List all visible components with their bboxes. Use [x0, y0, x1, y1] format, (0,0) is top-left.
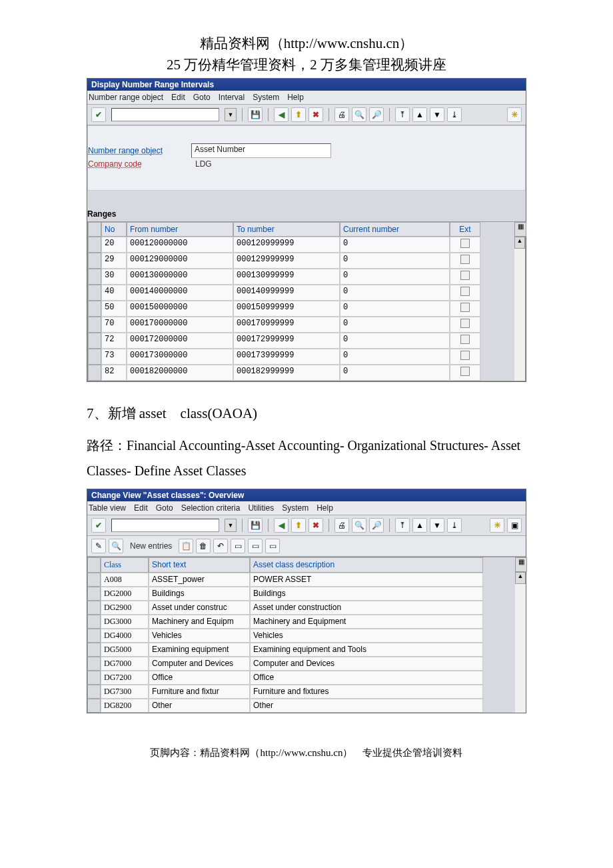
table-row[interactable]: DG8200OtherOther [87, 699, 515, 713]
checkbox[interactable] [460, 271, 470, 280]
table-row[interactable]: 730001730000000001739999990 [88, 349, 514, 365]
last-page-icon[interactable]: ⤓ [447, 518, 462, 533]
row-handle[interactable] [87, 601, 101, 615]
cell-ext[interactable] [450, 285, 480, 301]
save-icon[interactable]: 💾 [248, 107, 263, 122]
delete-icon[interactable]: 🗑 [196, 539, 211, 553]
checkbox[interactable] [460, 239, 470, 248]
col-curr[interactable]: Current number [340, 222, 450, 237]
menu-selection[interactable]: Selection criteria [181, 503, 241, 513]
dropdown-icon[interactable]: ▼ [225, 519, 237, 532]
table-row[interactable]: DG2000BuildingsBuildings [87, 587, 515, 601]
display-change-icon[interactable]: ✎ [91, 539, 106, 553]
cancel-icon[interactable]: ✖ [308, 518, 323, 533]
menu-edit-2[interactable]: Edit [134, 503, 148, 513]
copy-icon[interactable]: 📋 [179, 539, 193, 553]
menu-goto-2[interactable]: Goto [156, 503, 173, 513]
row-handle[interactable] [87, 657, 101, 671]
table-row[interactable]: 820001820000000001829999990 [88, 365, 514, 381]
back-icon[interactable]: ◀ [274, 107, 289, 122]
first-page-icon[interactable]: ⤒ [395, 107, 410, 122]
back-icon[interactable]: ◀ [274, 518, 289, 533]
exit-icon[interactable]: ⬆ [291, 518, 306, 533]
next-page-icon[interactable]: ▼ [430, 107, 444, 122]
menu-tableview[interactable]: Table view [89, 503, 126, 513]
deselect-all-icon[interactable]: ▭ [265, 539, 280, 553]
row-handle[interactable] [87, 615, 101, 629]
row-handle[interactable] [87, 629, 101, 643]
row-handle[interactable] [88, 317, 101, 333]
prev-page-icon[interactable]: ▲ [412, 107, 427, 122]
row-handle[interactable] [87, 643, 101, 657]
checkbox[interactable] [460, 255, 470, 264]
next-page-icon[interactable]: ▼ [430, 518, 444, 533]
row-handle[interactable] [88, 237, 101, 253]
session-icon[interactable]: ☀ [490, 518, 504, 533]
col-short[interactable]: Short text [149, 557, 250, 573]
cell-ext[interactable] [450, 253, 480, 269]
col-from[interactable]: From number [127, 222, 233, 237]
row-handle[interactable] [88, 333, 101, 349]
checkbox[interactable] [460, 351, 470, 360]
table-row[interactable]: 720001720000000001729999990 [88, 333, 514, 349]
col-ext[interactable]: Ext [450, 222, 480, 237]
menu-system[interactable]: System [253, 93, 279, 102]
scrollbar[interactable]: ▦ ▲ [514, 222, 525, 381]
col-to[interactable]: To number [233, 222, 340, 237]
row-handle[interactable] [88, 365, 101, 381]
table-row[interactable]: 200001200000000001209999990 [88, 237, 514, 253]
cell-ext[interactable] [450, 237, 480, 253]
row-handle[interactable] [88, 253, 101, 269]
cell-ext[interactable] [450, 301, 480, 317]
row-handle[interactable] [87, 573, 101, 587]
dropdown-icon[interactable]: ▼ [225, 108, 237, 121]
row-handle[interactable] [87, 685, 101, 699]
table-row[interactable]: 300001300000000001309999990 [88, 269, 514, 285]
first-page-icon[interactable]: ⤒ [395, 518, 410, 533]
print-icon[interactable]: 🖨 [334, 518, 349, 533]
checkbox[interactable] [460, 287, 470, 296]
table-row[interactable]: 700001700000000001709999990 [88, 317, 514, 333]
table-row[interactable]: DG7000Computer and DevicesComputer and D… [87, 657, 515, 671]
select-all-icon[interactable]: ▭ [231, 539, 245, 553]
row-handle[interactable] [88, 349, 101, 365]
table-row[interactable]: DG3000Machinery and EquipmMachinery and … [87, 615, 515, 629]
cell-ext[interactable] [450, 349, 480, 365]
col-no[interactable]: No [101, 222, 127, 237]
select-block-icon[interactable]: ▭ [248, 539, 263, 553]
layout-icon[interactable]: ▣ [507, 518, 522, 533]
table-row[interactable]: 400001400000000001409999990 [88, 285, 514, 301]
row-handle[interactable] [88, 301, 101, 317]
prev-page-icon[interactable]: ▲ [412, 518, 427, 533]
save-icon[interactable]: 💾 [248, 518, 263, 533]
last-page-icon[interactable]: ⤓ [447, 107, 462, 122]
config-icon[interactable]: ▦ [515, 557, 527, 572]
command-field[interactable] [111, 108, 219, 121]
new-entries-button[interactable]: New entries [130, 541, 172, 551]
menu-utilities[interactable]: Utilities [248, 503, 274, 513]
table-row[interactable]: 290001290000000001299999990 [88, 253, 514, 269]
menu-goto[interactable]: Goto [193, 93, 211, 102]
undo-icon[interactable]: ↶ [213, 539, 228, 553]
cancel-icon[interactable]: ✖ [308, 107, 323, 122]
session-icon[interactable]: ☀ [507, 107, 522, 122]
row-handle[interactable] [88, 269, 101, 285]
table-row[interactable]: DG4000VehiclesVehicles [87, 629, 515, 643]
config-icon[interactable]: ▦ [514, 222, 526, 237]
other-entry-icon[interactable]: 🔍 [109, 539, 123, 553]
find-next-icon[interactable]: 🔎 [369, 107, 384, 122]
print-icon[interactable]: 🖨 [334, 107, 349, 122]
table-row[interactable]: DG2900Asset under construcAsset under co… [87, 601, 515, 615]
find-icon[interactable]: 🔍 [352, 518, 366, 533]
cell-ext[interactable] [450, 333, 480, 349]
scrollbar-2[interactable]: ▦ ▲ [515, 557, 526, 713]
ok-icon[interactable]: ✔ [91, 107, 106, 122]
scroll-up-icon[interactable]: ▲ [514, 237, 525, 249]
row-handle[interactable] [87, 699, 101, 713]
row-handle[interactable] [87, 587, 101, 601]
exit-icon[interactable]: ⬆ [291, 107, 306, 122]
menu-help[interactable]: Help [287, 93, 304, 102]
command-field-2[interactable] [111, 519, 219, 532]
table-row[interactable]: DG5000Examining equipmentExamining equip… [87, 643, 515, 657]
col-desc[interactable]: Asset class description [250, 557, 483, 573]
